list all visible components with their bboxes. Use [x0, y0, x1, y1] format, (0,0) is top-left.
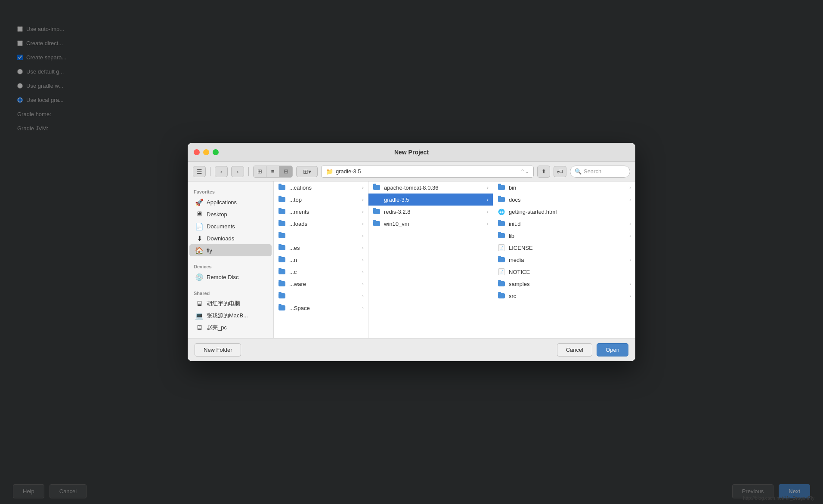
sidebar-item-computer3[interactable]: 🖥 赵亮_pc [189, 322, 272, 334]
file-chevron: › [362, 293, 364, 298]
list-item[interactable]: 🌐 getting-started.html [493, 206, 635, 218]
sidebar-item-applications[interactable]: 🚀 Applications [189, 196, 272, 208]
file-chevron: › [487, 209, 489, 214]
list-item[interactable]: ...es › [274, 242, 368, 254]
list-item[interactable]: redis-3.2.8 › [368, 206, 493, 218]
file-name: ...n [289, 257, 359, 263]
open-button[interactable]: Open [597, 343, 628, 356]
list-item[interactable]: 📄 LICENSE [493, 242, 635, 254]
sidebar-item-remote-disc[interactable]: 💿 Remote Disc [189, 271, 272, 283]
file-name: docs [509, 197, 626, 203]
shared-label: Shared [188, 287, 273, 298]
list-item[interactable]: ...loads › [274, 218, 368, 230]
sidebar-item-fly-label: fly [207, 247, 212, 254]
sidebar-toggle-button[interactable]: ☰ [193, 166, 206, 177]
list-item[interactable]: ...n › [274, 254, 368, 266]
list-item[interactable]: bin › [493, 181, 635, 194]
list-item[interactable]: ...ware › [274, 278, 368, 290]
list-item[interactable]: win10_vm › [368, 218, 493, 230]
list-item[interactable]: lib › [493, 230, 635, 242]
file-chevron: › [362, 209, 364, 214]
dialog-toolbar: ☰ ‹ › ⊞ ≡ ⊟ ⊞▾ 📁 gradle-3.5 ⌃⌄ [188, 162, 635, 181]
search-placeholder: Search [584, 168, 601, 175]
forward-icon: › [237, 168, 239, 175]
sidebar-item-computer3-label: 赵亮_pc [207, 324, 227, 332]
share-button[interactable]: ⬆ [537, 166, 550, 178]
file-name: ...Space [289, 305, 359, 311]
computer2-icon: 💻 [195, 312, 203, 320]
tag-icon: 🏷 [557, 168, 563, 175]
list-item[interactable]: gradle-3.5 › [368, 194, 493, 206]
list-item[interactable]: 📄 NOTICE [493, 266, 635, 278]
file-dialog: New Project ☰ ‹ › ⊞ ≡ ⊟ ⊞▾ 📁 [188, 143, 635, 361]
dialog-footer: New Folder Cancel Open [188, 338, 635, 361]
file-name: win10_vm [384, 221, 483, 227]
file-chevron: › [362, 233, 364, 238]
sidebar-item-documents-label: Documents [207, 223, 235, 230]
view-icon-button[interactable]: ⊞ [254, 166, 266, 177]
list-item[interactable]: init.d › [493, 218, 635, 230]
coverflow-button[interactable]: ⊞▾ [296, 166, 318, 177]
file-name: ...loads [289, 221, 359, 227]
sidebar-item-desktop[interactable]: 🖥 Desktop [189, 208, 272, 220]
tag-button[interactable]: 🏷 [554, 166, 566, 177]
location-bar[interactable]: 📁 gradle-3.5 ⌃⌄ [321, 166, 534, 178]
file-name: media [509, 257, 626, 263]
sidebar-item-downloads-label: Downloads [207, 235, 234, 242]
applications-icon: 🚀 [195, 198, 203, 206]
separator-2 [248, 167, 249, 176]
list-item[interactable]: ...ments › [274, 206, 368, 218]
file-chevron: › [629, 293, 631, 298]
sidebar-item-downloads[interactable]: ⬇ Downloads [189, 232, 272, 244]
file-column-2: apache-tomcat-8.0.36 › gradle-3.5 › redi… [368, 181, 493, 338]
file-chevron: › [362, 281, 364, 286]
file-chevron: › [362, 197, 364, 202]
list-item[interactable]: › [274, 230, 368, 242]
sidebar-item-computer1[interactable]: 🖥 胡红宇的电脑 [189, 298, 272, 310]
close-button[interactable] [194, 149, 200, 155]
separator-1 [210, 167, 210, 176]
list-item[interactable]: ...c › [274, 266, 368, 278]
list-item[interactable]: samples › [493, 278, 635, 290]
dialog-titlebar: New Project [188, 143, 635, 162]
view-list-button[interactable]: ≡ [266, 166, 279, 177]
file-chevron: › [487, 197, 489, 202]
file-name: src [509, 293, 626, 299]
sidebar-item-documents[interactable]: 📄 Documents [189, 220, 272, 232]
list-item[interactable]: media › [493, 254, 635, 266]
forward-button[interactable]: › [231, 166, 244, 177]
list-item[interactable]: ...top › [274, 194, 368, 206]
back-button[interactable]: ‹ [215, 166, 228, 177]
list-item[interactable]: ...cations › [274, 181, 368, 194]
file-name: bin [509, 184, 626, 191]
minimize-button[interactable] [203, 149, 209, 155]
list-item[interactable]: docs › [493, 194, 635, 206]
sidebar-item-desktop-label: Desktop [207, 211, 227, 218]
file-chevron: › [629, 257, 631, 262]
file-name: init.d [509, 221, 626, 227]
sidebar-item-computer2[interactable]: 💻 张珑源的MacB... [189, 310, 272, 322]
location-chevron: ⌃⌄ [520, 169, 529, 175]
file-chevron: › [362, 245, 364, 250]
file-name: ...ments [289, 209, 359, 215]
view-column-button[interactable]: ⊟ [279, 166, 292, 177]
maximize-button[interactable] [213, 149, 219, 155]
list-item[interactable]: ...Space › [274, 302, 368, 314]
search-icon: 🔍 [575, 168, 582, 175]
view-buttons: ⊞ ≡ ⊟ [253, 166, 293, 178]
file-name: NOTICE [509, 269, 631, 275]
computer1-icon: 🖥 [195, 300, 203, 307]
search-bar[interactable]: 🔍 Search [570, 166, 630, 178]
coverflow-icon: ⊞▾ [303, 168, 311, 175]
modal-overlay: New Project ☰ ‹ › ⊞ ≡ ⊟ ⊞▾ 📁 [0, 0, 823, 504]
file-name: apache-tomcat-8.0.36 [384, 184, 483, 191]
new-folder-button[interactable]: New Folder [195, 343, 241, 356]
list-item[interactable]: src › [493, 290, 635, 302]
cancel-button[interactable]: Cancel [557, 343, 592, 356]
file-chevron: › [362, 269, 364, 274]
devices-label: Devices [188, 261, 273, 271]
file-column-1: ...cations › ...top › ...ments › [274, 181, 368, 338]
list-item[interactable]: › [274, 290, 368, 302]
list-item[interactable]: apache-tomcat-8.0.36 › [368, 181, 493, 194]
sidebar-item-fly[interactable]: 🏠 fly [189, 244, 272, 256]
